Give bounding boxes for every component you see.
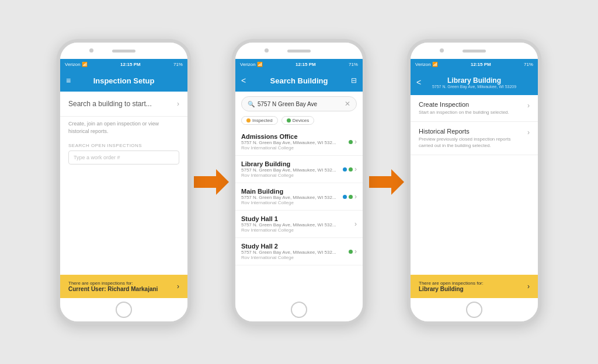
detail-title: Library Building — [447, 76, 501, 85]
section-label: SEARCH OPEN INSPECTIONS — [60, 139, 187, 150]
chevron-studyhall1: › — [354, 220, 357, 228]
status-right: 71% — [173, 62, 183, 67]
building-icons-studyhall2: › — [349, 247, 357, 256]
building-item-admissions[interactable]: Admissions Office 5757 N. Green Bay Ave,… — [235, 128, 363, 156]
menu-item-historical-reports[interactable]: Historical Reports Preview previously cl… — [411, 122, 538, 155]
home-button-3[interactable] — [466, 302, 482, 318]
phone-1-camera — [89, 48, 93, 52]
banner-line1: There are open inspections for: — [68, 281, 158, 286]
filter-icon[interactable]: ⊟ — [351, 76, 357, 85]
building-addr-studyhall1: 5757 N. Green Bay Ave, Milwaukee, WI 532… — [241, 222, 354, 228]
building-name-studyhall2: Study Hall 2 — [241, 243, 349, 250]
chip-dot-devices — [287, 118, 291, 123]
phone-1-header: ≡ Inspection Setup — [60, 69, 187, 92]
building-org-main: Rov International College — [241, 200, 343, 205]
green-dot-admissions — [349, 140, 353, 144]
time-label-3: 12:15 PM — [471, 62, 491, 67]
chip-devices[interactable]: Devices — [281, 116, 314, 125]
open-inspections-banner[interactable]: There are open inspections for: Current … — [60, 275, 187, 298]
menu-item-desc-historical: Preview previously closed inspection rep… — [419, 136, 524, 149]
phone-3-camera — [440, 48, 444, 52]
building-info-main: Main Building 5757 N. Green Bay Ave, Mil… — [241, 188, 343, 205]
svg-marker-1 — [369, 169, 404, 195]
search-icon: 🔍 — [248, 101, 255, 107]
building-addr-studyhall2: 5757 N. Green Bay Ave, Milwaukee, WI 532… — [241, 250, 349, 255]
menu-item-title-create: Create Inspection — [419, 101, 524, 108]
time-label: 12:15 PM — [120, 62, 141, 67]
search-clear-icon[interactable]: ✕ — [345, 100, 350, 108]
back-icon-3[interactable]: < — [416, 78, 421, 87]
chip-inspected[interactable]: Inspected — [241, 116, 278, 125]
home-button-2[interactable] — [291, 302, 307, 318]
banner-text-block: There are open inspections for: Current … — [68, 281, 158, 292]
building-org-studyhall2: Rov International College — [241, 255, 349, 260]
arrow-right-icon-2 — [369, 169, 404, 195]
phone-1-bottom — [60, 298, 187, 321]
phone-3-bottom — [411, 298, 538, 321]
open-inspections-banner-3[interactable]: There are open inspections for: Library … — [411, 275, 538, 298]
menu-icon[interactable]: ≡ — [66, 76, 71, 85]
detail-subtitle: 5757 N. Green Bay Ave, Milwaukee, WI 532… — [432, 85, 516, 89]
building-item-library[interactable]: Library Building 5757 N. Green Bay Ave, … — [235, 156, 363, 183]
chevron-right-icon: › — [177, 100, 179, 108]
menu-item-desc-create: Start an inspection on the building sele… — [419, 110, 524, 116]
phone-3: Verizon 📶 12:15 PM 71% < Library Buildin… — [407, 39, 541, 325]
building-icons-main: › — [343, 192, 357, 201]
building-addr-library: 5757 N. Green Bay Ave, Milwaukee, WI 532… — [241, 167, 343, 173]
battery-label-3: 71% — [524, 62, 533, 67]
status-right-2: 71% — [349, 62, 358, 67]
status-left-2: Verizon 📶 — [240, 62, 263, 67]
building-addr-admissions: 5757 N. Green Bay Ave, Milwaukee, WI 532… — [241, 140, 349, 145]
carrier-label-2: Verizon — [240, 62, 256, 67]
banner-line2: Current User: Richard Markajani — [68, 286, 158, 292]
chevron-admissions: › — [354, 138, 357, 146]
carrier-label-3: Verizon — [415, 62, 431, 67]
phone-3-status-bar: Verizon 📶 12:15 PM 71% — [411, 59, 538, 69]
phone-2-bottom — [235, 298, 363, 321]
blue-dot-library — [343, 167, 347, 172]
subtitle-text: Create, join an open inspection or view … — [60, 117, 187, 139]
menu-item-content-historical: Historical Reports Preview previously cl… — [419, 128, 524, 149]
phone-1-top — [60, 43, 187, 59]
battery-label: 71% — [173, 62, 183, 67]
phone-2-camera — [265, 48, 269, 52]
back-icon-2[interactable]: < — [241, 76, 246, 85]
building-list: Admissions Office 5757 N. Green Bay Ave,… — [235, 128, 363, 298]
building-info-studyhall2: Study Hall 2 5757 N. Green Bay Ave, Milw… — [241, 243, 349, 260]
phone-3-speaker — [463, 50, 486, 52]
building-info-studyhall1: Study Hall 1 5757 N. Green Bay Ave, Milw… — [241, 215, 354, 233]
wifi-icon-3: 📶 — [432, 62, 438, 67]
chevron-studyhall2: › — [354, 247, 357, 256]
chevron-historical-icon: › — [527, 128, 530, 136]
chip-label-inspected: Inspected — [252, 118, 273, 123]
status-right-3: 71% — [524, 62, 533, 67]
building-item-main[interactable]: Main Building 5757 N. Green Bay Ave, Mil… — [235, 183, 363, 211]
phone-2: Verizon 📶 12:15 PM 71% < Search Building… — [232, 39, 366, 325]
chevron-main: › — [354, 192, 357, 201]
work-order-input[interactable]: Type a work order # — [68, 150, 179, 164]
phone-3-top — [411, 43, 538, 59]
time-label-2: 12:15 PM — [295, 62, 316, 67]
building-item-studyhall2[interactable]: Study Hall 2 5757 N. Green Bay Ave, Milw… — [235, 238, 363, 265]
phone-1-speaker — [112, 50, 135, 52]
phone-2-top — [235, 43, 363, 59]
carrier-label: Verizon — [65, 62, 81, 67]
banner-chevron-icon-3: › — [527, 282, 530, 290]
building-icons-library: › — [343, 165, 357, 173]
header-title-2: Search Building — [270, 76, 328, 85]
battery-label-2: 71% — [349, 62, 358, 67]
phone-2-content: 🔍 5757 N Green Bay Ave ✕ Inspected Devic… — [235, 92, 363, 298]
phone-1-content: Search a building to start... › Create, … — [60, 92, 187, 298]
arrow-2 — [366, 167, 407, 197]
search-building-label: Search a building to start... — [68, 100, 152, 108]
building-item-studyhall1[interactable]: Study Hall 1 5757 N. Green Bay Ave, Milw… — [235, 211, 363, 238]
building-addr-main: 5757 N. Green Bay Ave, Milwaukee, WI 532… — [241, 195, 343, 200]
search-bar[interactable]: 🔍 5757 N Green Bay Ave ✕ — [241, 96, 357, 111]
menu-item-create-inspection[interactable]: Create Inspection Start an inspection on… — [411, 95, 538, 122]
building-name-studyhall1: Study Hall 1 — [241, 215, 354, 222]
search-building-button[interactable]: Search a building to start... › — [60, 92, 187, 117]
home-button[interactable] — [116, 302, 132, 318]
phone-2-status-bar: Verizon 📶 12:15 PM 71% — [235, 59, 363, 69]
phone-3-content: Create Inspection Start an inspection on… — [411, 95, 538, 298]
svg-marker-0 — [194, 169, 229, 195]
